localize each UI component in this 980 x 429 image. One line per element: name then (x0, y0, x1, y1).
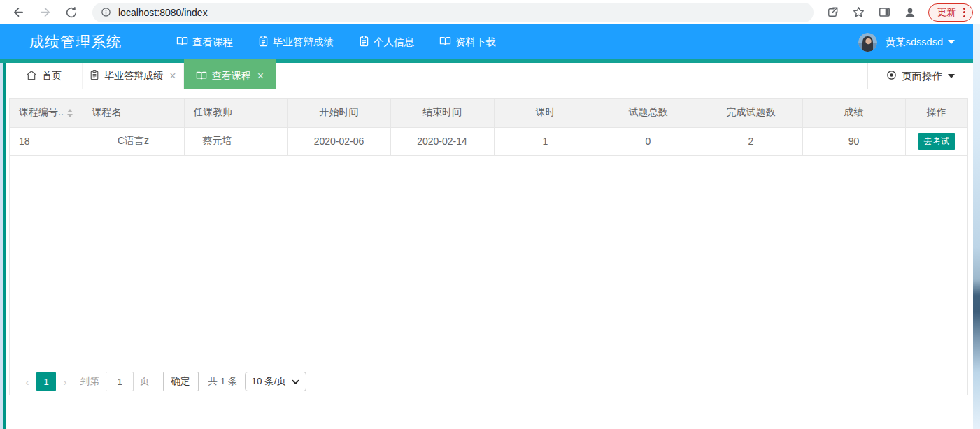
nav-item-defense-scores[interactable]: 毕业答辩成绩 (258, 36, 334, 49)
cell-hours: 1 (494, 127, 597, 155)
close-icon[interactable]: × (257, 71, 264, 82)
browser-toolbar: localhost:8080/index 更新 (0, 0, 980, 24)
browser-window: localhost:8080/index 更新 成 (0, 0, 980, 429)
col-question-done: 完成试题数 (700, 99, 802, 127)
page-size-label: 10 条/页 (252, 375, 287, 388)
cell-action: 去考试 (905, 127, 967, 155)
close-icon[interactable]: × (169, 71, 176, 82)
page-unit-label: 页 (140, 375, 150, 388)
clipboard-icon (359, 36, 374, 49)
cell-course-name: C语言z (83, 127, 184, 155)
share-icon[interactable] (825, 5, 840, 20)
col-score: 成绩 (802, 99, 905, 127)
nav-item-personal-info[interactable]: 个人信息 (359, 36, 414, 49)
cell-teacher: 蔡元培 (184, 127, 287, 155)
tab-label: 毕业答辩成绩 (104, 70, 163, 82)
tab-label: 首页 (42, 70, 62, 82)
cell-question-done: 2 (700, 127, 802, 155)
page-operations-label: 页面操作 (902, 70, 942, 83)
nav-item-downloads[interactable]: 资料下载 (439, 36, 496, 49)
page-number-button[interactable]: 1 (36, 372, 56, 391)
goto-page-input[interactable] (106, 372, 134, 391)
side-panel-icon[interactable] (876, 5, 892, 20)
confirm-button[interactable]: 确定 (163, 372, 199, 391)
chevron-down-icon (286, 377, 299, 387)
col-start-date: 开始时间 (287, 99, 390, 127)
tab-bar: 首页 毕业答辩成绩 × 查看课程 × 页面操作 (6, 63, 973, 89)
page-scrollbar[interactable] (973, 24, 980, 429)
caret-down-icon (948, 40, 955, 44)
address-bar[interactable]: localhost:8080/index (92, 3, 814, 22)
nav-item-view-courses[interactable]: 查看课程 (176, 36, 233, 49)
tab-defense-scores[interactable]: 毕业答辩成绩 × (83, 63, 184, 89)
main-content: 课程编号.. 课程名 任课教师 开始时间 结束时间 课时 试题总数 完成试题数 … (6, 89, 973, 429)
prev-page-icon[interactable]: ‹ (18, 376, 36, 388)
next-page-icon[interactable]: › (56, 376, 74, 388)
open-book-icon (176, 36, 192, 48)
table-empty-area (10, 156, 967, 368)
app-header: 成绩管理系统 查看课程 毕业答辩成绩 个人信息 资料下载 (0, 24, 973, 59)
col-hours: 课时 (494, 99, 597, 127)
table-header-row: 课程编号.. 课程名 任课教师 开始时间 结束时间 课时 试题总数 完成试题数 … (10, 99, 967, 127)
update-label: 更新 (937, 6, 956, 19)
app-title: 成绩管理系统 (29, 32, 122, 52)
nav-label: 查看课程 (192, 36, 233, 49)
pagination-bar: ‹ 1 › 到第 页 确定 共 1 条 10 条/页 (10, 368, 967, 395)
forward-arrow-icon[interactable] (36, 4, 53, 21)
tab-label: 查看课程 (212, 70, 251, 82)
cell-course-id: 18 (10, 127, 83, 155)
chrome-update-button[interactable]: 更新 (928, 3, 973, 22)
cell-score: 90 (802, 127, 905, 155)
radio-dot-icon (886, 70, 902, 82)
goto-label: 到第 (80, 375, 99, 388)
bookmark-star-icon[interactable] (851, 5, 866, 20)
browser-actions: 更新 (825, 3, 973, 22)
page-operations-button[interactable]: 页面操作 (867, 63, 973, 89)
caret-down-icon (948, 74, 955, 78)
col-teacher: 任课教师 (184, 99, 287, 127)
tab-view-courses[interactable]: 查看课程 × (184, 63, 276, 89)
col-course-id[interactable]: 课程编号.. (10, 99, 83, 127)
cell-end-date: 2020-02-14 (390, 127, 494, 155)
clipboard-icon (90, 70, 104, 82)
home-icon (26, 70, 42, 82)
kebab-menu-icon[interactable] (960, 6, 968, 19)
main-nav: 查看课程 毕业答辩成绩 个人信息 资料下载 (176, 36, 521, 49)
open-book-icon (439, 36, 455, 48)
open-book-icon (196, 71, 212, 82)
cell-start-date: 2020-02-06 (287, 127, 390, 155)
nav-label: 资料下载 (455, 36, 496, 49)
page-size-select[interactable]: 10 条/页 (245, 372, 307, 391)
col-course-name: 课程名 (83, 99, 184, 127)
course-table-panel: 课程编号.. 课程名 任课教师 开始时间 结束时间 课时 试题总数 完成试题数 … (9, 98, 968, 395)
clipboard-icon (258, 36, 273, 49)
username: 黄某sdssdsd (886, 36, 943, 49)
table-row: 18 C语言z 蔡元培 2020-02-06 2020-02-14 1 0 2 … (10, 127, 967, 155)
nav-label: 个人信息 (374, 36, 414, 49)
avatar (858, 33, 877, 52)
app-background: 成绩管理系统 查看课程 毕业答辩成绩 个人信息 资料下载 (0, 24, 980, 429)
user-menu[interactable]: 黄某sdssdsd (858, 33, 955, 52)
profile-icon[interactable] (902, 5, 918, 20)
url-text[interactable]: localhost:8080/index (118, 7, 208, 18)
page-info-icon[interactable] (101, 7, 111, 17)
col-question-total: 试题总数 (597, 99, 700, 127)
total-count-label: 共 1 条 (208, 375, 238, 388)
col-end-date: 结束时间 (390, 99, 494, 127)
course-table: 课程编号.. 课程名 任课教师 开始时间 结束时间 课时 试题总数 完成试题数 … (10, 99, 967, 156)
back-arrow-icon[interactable] (10, 4, 27, 21)
sort-icon[interactable] (67, 109, 73, 117)
cell-question-total: 0 (597, 127, 700, 155)
nav-label: 毕业答辩成绩 (273, 36, 334, 49)
reload-icon[interactable] (63, 4, 80, 21)
col-actions: 操作 (905, 99, 967, 127)
go-to-exam-button[interactable]: 去考试 (918, 133, 955, 150)
tab-home[interactable]: 首页 (6, 63, 83, 89)
